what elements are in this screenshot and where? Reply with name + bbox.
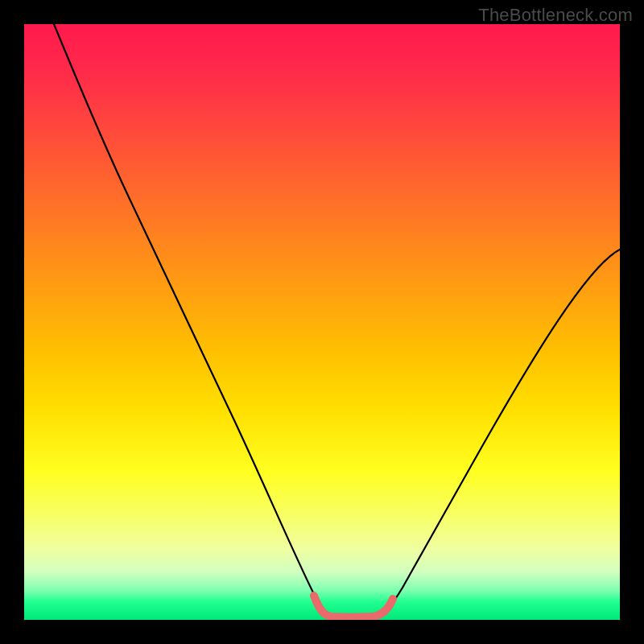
- optimal-zone-marker: [314, 596, 393, 617]
- chart-frame: TheBottleneck.com: [0, 0, 644, 644]
- attribution-text: TheBottleneck.com: [478, 5, 633, 26]
- plot-area: [24, 24, 620, 620]
- curve-layer: [24, 24, 620, 620]
- bottleneck-curve: [54, 24, 620, 617]
